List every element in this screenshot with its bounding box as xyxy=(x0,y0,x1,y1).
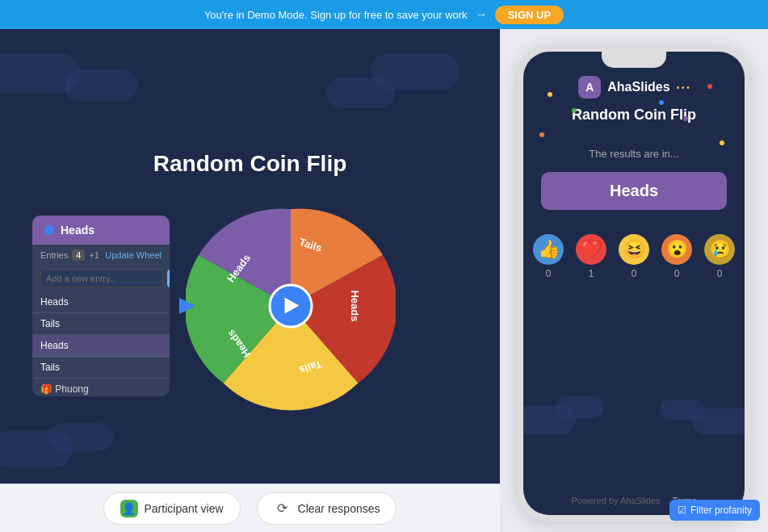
slide-title: Random Coin Flip xyxy=(153,151,347,177)
wow-reaction[interactable]: 😮 xyxy=(661,234,692,265)
participant-view-label: Participant view xyxy=(145,502,224,515)
reaction-count: 0 xyxy=(674,268,680,279)
phone-cloud xyxy=(556,396,604,418)
clear-responses-button[interactable]: ⟳ Clear responses xyxy=(257,492,397,525)
reaction-count: 0 xyxy=(546,268,552,279)
phone-cloud xyxy=(660,400,704,420)
confetti xyxy=(659,100,664,105)
entries-plus: +1 xyxy=(89,250,99,260)
confetti xyxy=(539,132,544,137)
reaction-item[interactable]: 😮 0 xyxy=(661,234,692,279)
reaction-item[interactable]: ❤️ 1 xyxy=(576,234,606,279)
entry-meta: Entries 4 +1 Update Wheel xyxy=(32,245,170,266)
main-area: Random Coin Flip Heads Entries 4 +1 Upda… xyxy=(0,29,768,532)
list-item: Tails xyxy=(32,357,170,379)
confetti xyxy=(707,84,712,89)
signup-button[interactable]: SIGN UP xyxy=(495,6,564,24)
confetti xyxy=(683,116,688,121)
participant-icon: 👤 xyxy=(120,500,138,517)
like-reaction[interactable]: 👍 xyxy=(533,234,564,265)
banner-message: You're in Demo Mode. Sign up for free to… xyxy=(204,9,468,21)
cloud-decoration xyxy=(326,77,395,108)
reaction-count: 0 xyxy=(717,268,723,279)
laugh-reaction[interactable]: 😆 xyxy=(619,234,649,265)
sad-reaction[interactable]: 😢 xyxy=(704,234,735,265)
filter-checkbox-icon: ☑ xyxy=(678,505,686,516)
svg-text:Heads: Heads xyxy=(349,290,361,321)
demo-banner: You're in Demo Mode. Sign up for free to… xyxy=(0,0,768,29)
reaction-item[interactable]: 👍 0 xyxy=(533,234,564,279)
reaction-count: 1 xyxy=(589,268,594,279)
bottom-bar: 👤 Participant view ⟳ Clear responses xyxy=(0,484,500,532)
entry-add-input[interactable] xyxy=(40,270,163,287)
cloud-decoration xyxy=(48,423,113,451)
powered-by-text: Powered by AhaSlides xyxy=(571,496,660,505)
slide-content: Heads Entries 4 +1 Update Wheel Add Head… xyxy=(0,201,500,411)
spinner-pointer xyxy=(179,298,195,314)
phone-results-text: The results are in... xyxy=(589,148,678,160)
reaction-item[interactable]: 😢 0 xyxy=(704,234,735,279)
entry-panel: Heads Entries 4 +1 Update Wheel Add Head… xyxy=(32,216,170,396)
confetti xyxy=(548,92,552,97)
slide-area: Random Coin Flip Heads Entries 4 +1 Upda… xyxy=(0,29,500,532)
logo-dots: • • • xyxy=(677,83,690,92)
spinner-container: Heads Tails Heads Tails Heads xyxy=(186,201,396,411)
reaction-count: 0 xyxy=(632,268,637,279)
filter-profanity-button[interactable]: ☑ Filter profanity xyxy=(669,500,760,521)
phone-screen: A AhaSlides • • • Random Coin Flip The r… xyxy=(523,52,745,515)
entries-label: Entries xyxy=(40,250,68,260)
phone-mockup: A AhaSlides • • • Random Coin Flip The r… xyxy=(500,29,768,532)
entry-panel-dot xyxy=(44,225,54,235)
entry-count: 4 xyxy=(72,249,85,261)
update-wheel-link[interactable]: Update Wheel xyxy=(105,250,162,260)
reaction-item[interactable]: 😆 0 xyxy=(619,234,649,279)
entry-list: Heads Tails Heads Tails 🎁 Phuong xyxy=(32,291,170,396)
banner-arrow: → xyxy=(476,8,487,21)
ahaslides-logo-icon: A xyxy=(578,76,601,98)
phone-slide-title: Random Coin Flip xyxy=(556,107,712,124)
cloud-decoration xyxy=(65,69,137,102)
phone-frame: A AhaSlides • • • Random Coin Flip The r… xyxy=(517,45,751,522)
phone-logo-area: A AhaSlides • • • xyxy=(578,76,689,98)
clear-icon: ⟳ xyxy=(274,500,292,517)
play-icon xyxy=(285,298,300,314)
phone-result-badge: Heads xyxy=(541,172,727,210)
entry-add-row: Add xyxy=(32,266,170,291)
list-item: Heads xyxy=(32,335,170,357)
heart-reaction[interactable]: ❤️ xyxy=(576,234,606,265)
list-item: 🎁 Phuong xyxy=(32,379,170,396)
confetti xyxy=(572,108,577,113)
entry-panel-title: Heads xyxy=(61,224,94,237)
phone-notch xyxy=(602,52,666,68)
entry-panel-header: Heads xyxy=(32,216,170,245)
confetti xyxy=(720,140,724,145)
filter-profanity-label: Filter profanity xyxy=(690,505,752,516)
entry-add-button[interactable]: Add xyxy=(167,270,170,287)
list-item: Tails xyxy=(32,313,170,335)
play-button[interactable] xyxy=(269,283,313,328)
participant-view-button[interactable]: 👤 Participant view xyxy=(103,492,241,525)
clear-responses-label: Clear responses xyxy=(298,502,380,515)
phone-reactions: 👍 0 ❤️ 1 😆 0 😮 0 xyxy=(533,234,735,279)
list-item: Heads xyxy=(32,291,170,313)
phone-logo-text: AhaSlides xyxy=(607,80,669,94)
